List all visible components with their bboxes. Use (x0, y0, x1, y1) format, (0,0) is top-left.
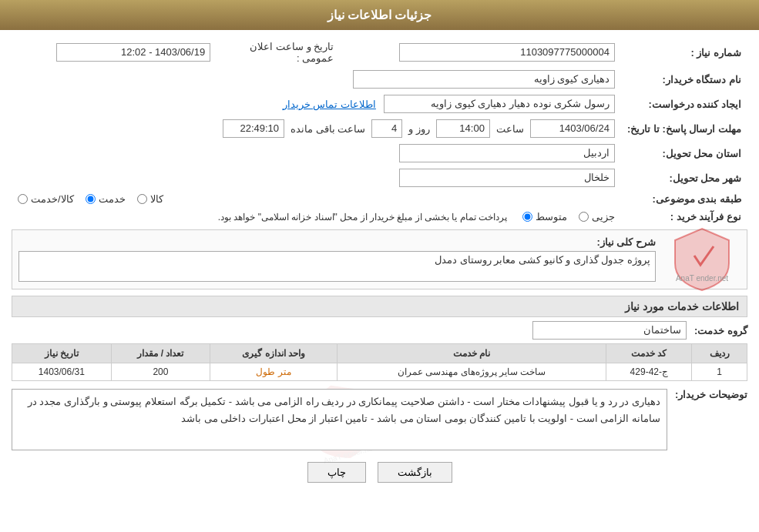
reply-deadline-label: مهلت ارسال پاسخ: تا تاریخ: (621, 116, 747, 141)
cell-date: 1403/06/31 (12, 363, 112, 381)
back-button[interactable]: بازگشت (378, 462, 452, 483)
announce-date-label: تاریخ و ساعت اعلان عمومی : (217, 38, 340, 67)
creator-label: ایجاد کننده درخواست: (621, 92, 747, 116)
buyer-notes-content-wrapper: AnaT ender.net دهیاری در رد و یا قبول پی… (12, 389, 667, 450)
delivery-province-label: استان محل تحویل: (621, 141, 747, 166)
buyer-station-input: دهیاری کیوی زاویه (353, 70, 615, 89)
table-row: 1 ج-42-429 ساخت سایر پروژه‌های مهندسی عم… (12, 363, 747, 381)
service-group-label: گروه خدمت: (694, 325, 747, 336)
need-info-table: شماره نیاز : 1103097775000004 تاریخ و سا… (12, 38, 747, 226)
col-quantity: تعداد / مقدار (111, 344, 210, 363)
reply-deadline-value: 1403/06/24 ساعت 14:00 روز و 4 ساعت باقی … (12, 116, 621, 141)
delivery-city-label: شهر محل تحویل: (621, 166, 747, 190)
need-number-value: 1103097775000004 (340, 38, 621, 67)
header-title: جزئیات اطلاعات نیاز (327, 8, 432, 22)
reply-time-input: 14:00 (436, 119, 490, 138)
delivery-province-value: اردبیل (12, 141, 621, 166)
subject-radios: کالا/خدمت خدمت کالا (12, 190, 621, 208)
watermark-area: AnaT ender.net (663, 236, 741, 283)
delivery-city-input: خلخال (399, 169, 615, 187)
announce-date-value: 1403/06/19 - 12:02 (12, 38, 217, 67)
cell-quantity: 200 (111, 363, 210, 381)
need-number-label: شماره نیاز : (621, 38, 747, 67)
reply-day-label: روز و (408, 123, 430, 135)
purchase-type-row: متوسط جزیی پرداخت تمام یا بخشی از مبلغ خ… (12, 208, 621, 226)
creator-input: رسول شکری نوده دهیار دهیاری کیوی زاویه (384, 95, 615, 113)
col-service-name: نام خدمت (337, 344, 606, 363)
delivery-province-input: اردبیل (399, 144, 615, 162)
content-area: شماره نیاز : 1103097775000004 تاریخ و سا… (0, 30, 759, 498)
general-description-content: شرح کلی نیاز: پروژه جدول گذاری و کانیو ک… (18, 236, 656, 282)
service-group-input: ساختمان (532, 321, 687, 340)
contact-link[interactable]: اطلاعات تماس خریدار (283, 99, 376, 110)
creator-value: رسول شکری نوده دهیار دهیاری کیوی زاویه ا… (12, 92, 621, 116)
services-table: ردیف کد خدمت نام خدمت واحد اندازه گیری ت… (12, 343, 747, 381)
subject-label: طبقه بندی موضوعی: (621, 190, 747, 208)
cell-service-code: ج-42-429 (606, 363, 692, 381)
col-service-code: کد خدمت (606, 344, 692, 363)
need-number-input: 1103097775000004 (399, 43, 615, 62)
purchase-type-jozii[interactable]: جزیی (579, 211, 615, 223)
buyer-notes-label: توضیحات خریدار: (675, 389, 747, 400)
services-section-title: اطلاعات خدمات مورد نیاز (12, 296, 747, 317)
cell-unit: متر طول (210, 363, 338, 381)
reply-days-input: 4 (371, 119, 402, 138)
cell-row-num: 1 (692, 363, 747, 381)
button-row: بازگشت چاپ (12, 462, 747, 483)
reply-remaining-input: 22:49:10 (223, 119, 284, 138)
col-unit: واحد اندازه گیری (210, 344, 338, 363)
subject-radio-kala[interactable]: کالا (137, 193, 163, 205)
reply-time-label: ساعت (496, 123, 524, 135)
buyer-notes-input: دهیاری در رد و یا قبول پیشنهادات مختار ا… (12, 389, 667, 450)
general-description-title: شرح کلی نیاز: (18, 236, 656, 248)
purchase-type-note: پرداخت تمام یا بخشی از مبلغ خریدار از مح… (218, 212, 507, 223)
buyer-station-label: نام دستگاه خریدار: (621, 67, 747, 92)
general-description-input: پروژه جدول گذاری و کانیو کشی معابر روستا… (18, 251, 656, 282)
col-row-num: ردیف (692, 344, 747, 363)
delivery-city-value: خلخال (12, 166, 621, 190)
reply-date-input: 1403/06/24 (530, 119, 615, 138)
print-button[interactable]: چاپ (307, 462, 366, 483)
page-container: جزئیات اطلاعات نیاز شماره نیاز : 1103097… (0, 0, 759, 532)
watermark-text: AnaT ender.net (676, 274, 728, 283)
shield-watermark-icon (671, 225, 733, 294)
service-group-row: گروه خدمت: ساختمان (12, 321, 747, 340)
buyer-station-value: دهیاری کیوی زاویه (12, 67, 621, 92)
cell-service-name: ساخت سایر پروژه‌های مهندسی عمران (337, 363, 606, 381)
reply-remaining-label: ساعت باقی مانده (291, 123, 365, 135)
page-header: جزئیات اطلاعات نیاز (0, 0, 759, 30)
col-date: تاریخ نیاز (12, 344, 112, 363)
subject-radio-khedmat[interactable]: خدمت (86, 193, 126, 205)
purchase-type-label: نوع فرآیند خرید : (621, 208, 747, 226)
announce-date-input: 1403/06/19 - 12:02 (56, 43, 210, 62)
purchase-type-motavasset[interactable]: متوسط (522, 211, 567, 223)
subject-radio-kala-khedmat[interactable]: کالا/خدمت (18, 193, 74, 205)
buyer-notes-section: توضیحات خریدار: AnaT ender.net دهیاری در… (12, 389, 747, 450)
